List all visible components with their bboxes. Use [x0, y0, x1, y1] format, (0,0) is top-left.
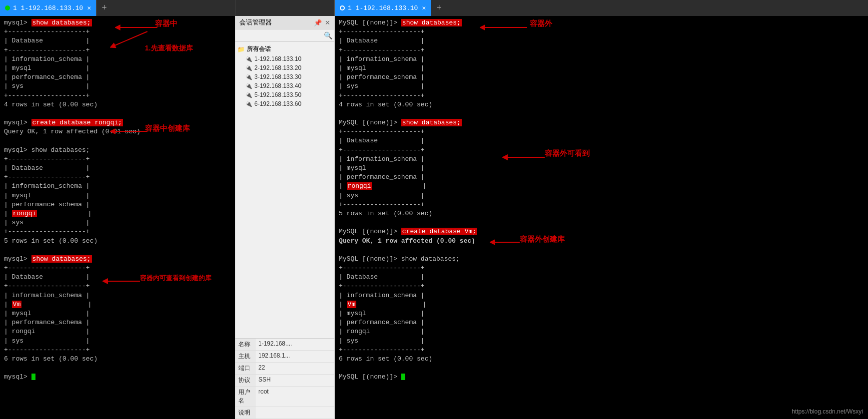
folder-icon: 📁 [237, 46, 245, 53]
top-tab-bar: 1 1-192.168.133.10 ✕ + 1 1-192.168.133.1… [0, 0, 868, 16]
search-icon[interactable]: 🔍 [324, 31, 332, 39]
info-host-value: 192.168.1... [255, 351, 334, 362]
lt-line-1: mysql> show databases; [4, 18, 231, 27]
info-row-proto: 协议 SSH [235, 375, 334, 387]
lt-vm-box: Vm [12, 301, 22, 308]
info-desc-value [255, 407, 334, 419]
right-terminal[interactable]: MySQL [(none)]> show databases; +-------… [335, 16, 868, 419]
lt-rongqi-box: rongqi [12, 210, 37, 217]
right-tab-label: 1 1-192.168.133.10 [348, 4, 418, 12]
info-user-value: root [255, 387, 334, 407]
session-title-icons: 📌 ✕ [314, 19, 330, 26]
info-row-name: 名称 1-192.168.... [235, 339, 334, 351]
conn-icon-6: 🔌 [245, 101, 252, 107]
main-content: mysql> show databases; +----------------… [0, 16, 868, 419]
right-terminal-tab[interactable]: 1 1-192.168.133.10 ✕ [335, 0, 431, 16]
info-row-user: 用户名 root [235, 387, 334, 407]
left-terminal-tab[interactable]: 1 1-192.168.133.10 ✕ [0, 0, 96, 16]
session-item-6[interactable]: 🔌 6-192.168.133.60 [237, 99, 332, 108]
lt-cursor [31, 374, 35, 380]
conn-icon-5: 🔌 [245, 92, 252, 98]
session-title-bar: 会话管理器 📌 ✕ [235, 16, 334, 29]
session-manager-panel: 会话管理器 📌 ✕ 🔍 📁 所有会话 🔌 1-192.168.133.10 🔌 … [235, 16, 335, 419]
info-proto-value: SSH [255, 375, 334, 386]
lt-cmd-create-rongqi: create database rongqi; [31, 119, 123, 126]
close-session-icon[interactable]: ✕ [325, 19, 330, 26]
session-manager-title: 会话管理器 [239, 18, 272, 27]
rt-cmd-show-db-1: show databases; [401, 19, 462, 26]
info-user-label: 用户名 [235, 387, 255, 407]
left-terminal[interactable]: mysql> show databases; +----------------… [0, 16, 235, 419]
info-name-value: 1-192.168.... [255, 339, 334, 350]
session-item-1[interactable]: 🔌 1-192.168.133.10 [237, 54, 332, 63]
tree-root-label: 所有会话 [247, 45, 271, 53]
info-port-value: 22 [255, 363, 334, 374]
right-tab-add[interactable]: + [431, 3, 447, 13]
left-tab-close[interactable]: ✕ [87, 4, 91, 12]
info-row-desc: 说明 [235, 407, 334, 419]
pin-icon[interactable]: 📌 [314, 19, 322, 26]
right-tab-close[interactable]: ✕ [422, 4, 426, 12]
info-row-port: 端口 22 [235, 363, 334, 375]
connection-dot [5, 5, 10, 10]
session-label-4: 3-192.168.133.40 [254, 82, 301, 89]
right-tab-area: 1 1-192.168.133.10 ✕ + [335, 0, 868, 16]
tree-root-all-sessions: 📁 所有会话 [237, 44, 332, 54]
session-item-4[interactable]: 🔌 3-192.168.133.40 [237, 81, 332, 90]
rt-rongqi-box: rongqi [347, 182, 372, 190]
info-name-label: 名称 [235, 339, 255, 350]
info-host-label: 主机 [235, 351, 255, 362]
right-connection-dot [340, 5, 345, 10]
rt-vm-box: Vm [347, 301, 357, 308]
mid-tab-spacer [235, 0, 335, 16]
session-search-bar: 🔍 [235, 29, 334, 42]
info-row-host: 主机 192.168.1... [235, 351, 334, 363]
left-tab-label: 1 1-192.168.133.10 [13, 4, 83, 12]
conn-icon-3: 🔌 [245, 74, 252, 80]
info-port-label: 端口 [235, 363, 255, 374]
rt-cmd-create-vm: create database Vm; [401, 228, 477, 235]
info-proto-label: 协议 [235, 375, 255, 386]
session-label-6: 6-192.168.133.60 [254, 100, 301, 107]
info-desc-label: 说明 [235, 407, 255, 419]
session-tree: 📁 所有会话 🔌 1-192.168.133.10 🔌 2-192.168.13… [235, 42, 334, 338]
session-label-5: 5-192.168.133.50 [254, 91, 301, 98]
conn-icon-4: 🔌 [245, 83, 252, 89]
session-label-1: 1-192.168.133.10 [254, 55, 301, 62]
left-tab-area: 1 1-192.168.133.10 ✕ + [0, 0, 235, 16]
left-tab-add[interactable]: + [96, 3, 112, 13]
conn-icon-2: 🔌 [245, 65, 252, 71]
session-item-5[interactable]: 🔌 5-192.168.133.50 [237, 90, 332, 99]
session-label-2: 2-192.168.133.20 [254, 64, 301, 71]
lt-cmd-show-db-1: show databases; [31, 19, 92, 26]
lt-cmd-show-db-2: show databases; [31, 255, 92, 263]
rt-cursor [401, 374, 405, 380]
session-label-3: 3-192.168.133.30 [254, 73, 301, 80]
conn-icon-1: 🔌 [245, 56, 252, 62]
session-item-3[interactable]: 🔌 3-192.168.133.30 [237, 72, 332, 81]
rt-cmd-show-db-2: show databases; [401, 119, 462, 126]
session-item-2[interactable]: 🔌 2-192.168.133.20 [237, 63, 332, 72]
session-info-table: 名称 1-192.168.... 主机 192.168.1... 端口 22 协… [235, 338, 334, 419]
